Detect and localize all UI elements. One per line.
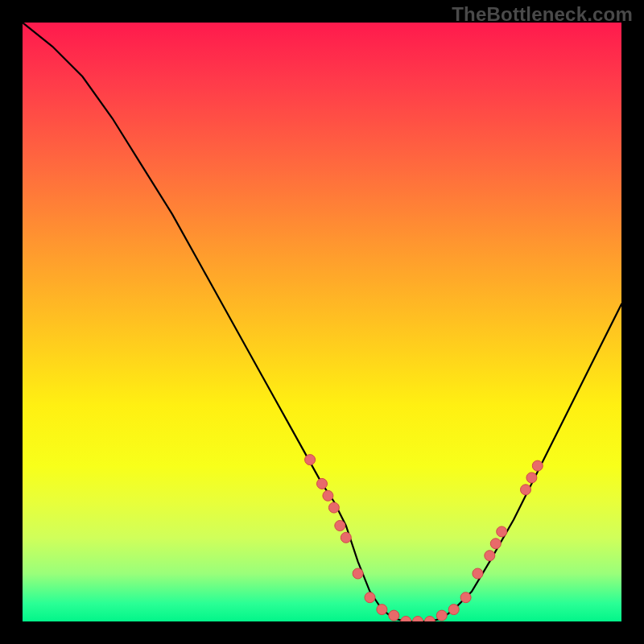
chart-container: TheBottleneck.com xyxy=(0,0,644,644)
data-point xyxy=(497,526,507,537)
data-point xyxy=(448,605,459,615)
data-point xyxy=(532,460,543,471)
data-point xyxy=(424,617,435,622)
data-point xyxy=(317,478,328,489)
data-point xyxy=(365,592,375,603)
data-point xyxy=(377,605,387,615)
data-point xyxy=(335,521,345,531)
data-point xyxy=(305,455,316,465)
data-point xyxy=(526,473,537,483)
watermark-text: TheBottleneck.com xyxy=(452,3,633,26)
data-point xyxy=(490,539,501,549)
data-point xyxy=(389,610,399,621)
data-point xyxy=(401,617,411,622)
curve-svg xyxy=(23,23,621,621)
data-point xyxy=(323,490,333,501)
data-point xyxy=(328,502,339,513)
data-point xyxy=(521,485,531,495)
data-point xyxy=(460,592,471,603)
plot-area xyxy=(23,23,621,621)
data-point xyxy=(485,551,495,561)
data-point xyxy=(413,617,423,622)
data-point xyxy=(473,568,483,579)
data-point xyxy=(341,532,351,543)
highlighted-points-group xyxy=(305,455,543,621)
data-point xyxy=(353,568,363,579)
data-point xyxy=(436,610,447,621)
bottleneck-curve-path xyxy=(23,23,621,621)
